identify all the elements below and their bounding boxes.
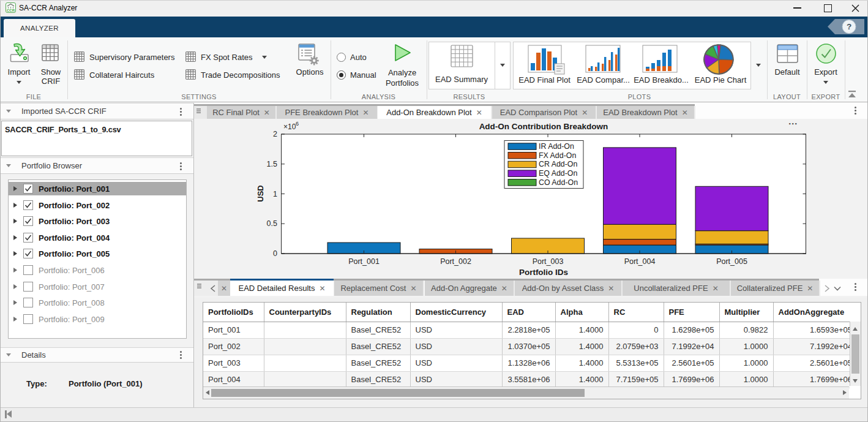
svg-text:×10: ×10: [283, 122, 296, 131]
svg-text:IR Add-On: IR Add-On: [539, 142, 574, 151]
svg-text:?: ?: [847, 22, 851, 31]
svg-text:Port_005: Port_005: [716, 257, 747, 266]
svg-text:EQ Add-On: EQ Add-On: [539, 169, 577, 178]
svg-text:6: 6: [296, 121, 299, 127]
svg-text:Port_003: Port_003: [533, 257, 564, 266]
svg-text:Portfolio IDs: Portfolio IDs: [519, 268, 568, 277]
svg-text:Port_001: Port_001: [348, 257, 380, 266]
svg-text:Port_004: Port_004: [624, 257, 656, 266]
svg-text:1.5: 1.5: [267, 160, 277, 168]
svg-text:2: 2: [273, 130, 277, 138]
svg-text:CR Add-On: CR Add-On: [539, 160, 577, 168]
svg-text:CCR: CCR: [7, 9, 15, 12]
svg-text:USD: USD: [256, 185, 265, 202]
svg-text:Port_002: Port_002: [440, 257, 471, 266]
svg-text:CO Add-On: CO Add-On: [539, 178, 578, 187]
svg-text:⋯: ⋯: [788, 119, 798, 129]
svg-text:1: 1: [273, 190, 277, 198]
svg-text:FX Add-On: FX Add-On: [539, 151, 576, 160]
svg-text:Add-On Contribution Breakdown: Add-On Contribution Breakdown: [479, 122, 608, 131]
svg-text:0: 0: [273, 249, 277, 258]
svg-text:0.5: 0.5: [267, 219, 277, 228]
